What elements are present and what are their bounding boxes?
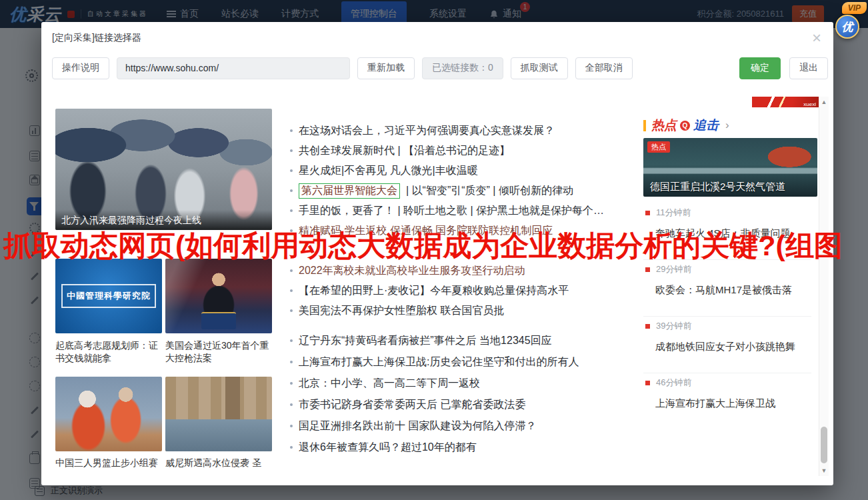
- ad-banner-partial[interactable]: xuexi: [752, 97, 819, 107]
- timeline-headline[interactable]: 欧委会：马航MH17是被俄击落: [645, 284, 811, 297]
- headline-link[interactable]: 辽宁丹东“持黄码者看病被拦”事件之后 当地12345回应: [299, 334, 552, 348]
- headline-link[interactable]: 退休6年被查算久吗？超过10年的都有: [299, 441, 477, 455]
- timeline-item[interactable]: 29分钟前 欧委会：马航MH17是被俄击落: [643, 263, 811, 317]
- timeline-time-row: 29分钟前: [645, 263, 811, 275]
- bullet-dot: [290, 189, 293, 192]
- red-square-bullet: [645, 211, 650, 215]
- magnifier-icon: Q: [680, 121, 690, 131]
- timeline-time: 39分钟前: [656, 320, 691, 332]
- headline-link[interactable]: | 以“智变”引“质变” | 倾听创新的律动: [406, 184, 573, 198]
- modal-title: [定向采集]链接选择器: [52, 32, 141, 44]
- headline-link[interactable]: 市委书记跻身省委常委两天后 已掌舵省委政法委: [299, 398, 525, 412]
- scrollbar[interactable]: ▲ ▼: [819, 97, 829, 476]
- scroll-down-arrow[interactable]: ▼: [819, 466, 829, 475]
- help-button[interactable]: 操作说明: [52, 57, 109, 79]
- headline-row[interactable]: 退休6年被查算久吗？超过10年的都有: [290, 437, 663, 458]
- photo-caption[interactable]: 威尼斯遇高水位侵袭 圣: [165, 457, 273, 469]
- hot-feature-image[interactable]: 热点 德国正重启北溪2号天然气管道: [643, 138, 817, 197]
- timeline-time: 29分钟前: [656, 263, 691, 275]
- scrollbar-thumb[interactable]: [821, 427, 827, 463]
- timeline-time-row: 39分钟前: [645, 320, 811, 332]
- news-photo-venice[interactable]: [165, 377, 272, 451]
- news-photo-basketball[interactable]: [55, 377, 162, 451]
- screen: 优采云 自动文章采集器 首页 站长必读 计费方式 管理控制台 系统设置 通知 1…: [0, 0, 868, 500]
- timeline-item[interactable]: 39分钟前 成都地铁回应女子对小孩跳艳舞: [643, 320, 811, 373]
- headline-row[interactable]: 第六届世界智能大会 | 以“智变”引“质变” | 倾听创新的律动: [290, 181, 663, 201]
- scroll-up-arrow[interactable]: ▲: [819, 97, 829, 107]
- headline-link[interactable]: 手里的饭，更香了！ | 聆听土地之歌 | 保护黑土地就是保护每个…: [299, 204, 604, 218]
- headline-link[interactable]: 共创全球发展新时代 | 【沿着总书记的足迹】: [299, 144, 510, 158]
- headline-row[interactable]: 国足亚洲排名跌出前十 国家队建设为何陷入停滞？: [290, 415, 663, 437]
- bullet-dot: [290, 403, 293, 406]
- headline-link[interactable]: 2022年离校未就业高校毕业生服务攻坚行动启动: [299, 264, 525, 278]
- modal-header: [定向采集]链接选择器 ×: [41, 22, 833, 54]
- hot-tag: 热点: [647, 141, 670, 153]
- timeline-headline[interactable]: 上海宣布打赢大上海保卫战: [645, 397, 811, 410]
- headline-link-selected[interactable]: 第六届世界智能大会: [299, 183, 400, 199]
- headline-link[interactable]: 【在希望的田野上·麦收记】今年夏粮收购总量保持高水平: [299, 284, 569, 298]
- headline-row[interactable]: 市委书记跻身省委常委两天后 已掌舵省委政法委: [290, 394, 663, 415]
- bullet-dot: [290, 446, 293, 449]
- bullet-dot: [290, 339, 293, 342]
- bullet-dot: [290, 129, 293, 132]
- news-photo-congress[interactable]: [165, 259, 272, 333]
- news-photo-academy[interactable]: 中國管理科學研究院: [55, 259, 162, 333]
- hot-label: 热点: [651, 117, 677, 134]
- headline-row[interactable]: 手里的饭，更香了！ | 聆听土地之歌 | 保护黑土地就是保护每个…: [290, 201, 663, 221]
- reload-button[interactable]: 重新加载: [357, 57, 415, 79]
- photo-caption[interactable]: 美国会通过近30年首个重大控枪法案: [165, 339, 273, 365]
- headline-row[interactable]: 星火成炬|不舍再见 凡人微光|丰收温暖: [290, 161, 663, 181]
- bullet-dot: [290, 269, 293, 272]
- headline-row[interactable]: 在这场对话会上，习近平为何强调要真心实意谋发展？: [290, 121, 663, 141]
- chevron-right-icon[interactable]: ›: [725, 119, 729, 132]
- url-input[interactable]: [117, 57, 350, 79]
- timeline-time-row: 46分钟前: [645, 377, 811, 389]
- headline-row[interactable]: 共创全球发展新时代 | 【沿着总书记的足迹】: [290, 141, 663, 161]
- timeline-time: 46分钟前: [656, 377, 691, 389]
- red-square-bullet: [645, 324, 650, 329]
- timeline-headline[interactable]: 成都地铁回应女子对小孩跳艳舞: [645, 341, 811, 353]
- headline-link[interactable]: 星火成炬|不舍再见 凡人微光|丰收温暖: [299, 164, 478, 178]
- headline-row[interactable]: 上海宣布打赢大上海保卫战:历史会记住坚守和付出的所有人: [290, 351, 663, 373]
- sohu-webview: xuexi 北方入汛来最强降雨过程今夜上线 在这场对话会上，习近平为何强调要真心…: [42, 97, 833, 476]
- headline-row[interactable]: 辽宁丹东“持黄码者看病被拦”事件之后 当地12345回应: [290, 330, 663, 351]
- bullet-dot: [290, 382, 293, 385]
- headline-block-2: 辽宁丹东“持黄码者看病被拦”事件之后 当地12345回应 上海宣布打赢大上海保卫…: [290, 330, 663, 458]
- headline-link[interactable]: 上海宣布打赢大上海保卫战:历史会记住坚守和付出的所有人: [299, 355, 579, 369]
- photo-caption[interactable]: 起底高考志愿规划师：证书交钱就能拿: [55, 339, 163, 365]
- section-gap: [290, 321, 663, 330]
- timeline-time-row: 11分钟前: [645, 207, 811, 219]
- floating-logo[interactable]: 优: [835, 15, 859, 39]
- lead-photo-caption[interactable]: 北方入汛来最强降雨过程今夜上线: [55, 210, 272, 230]
- headline-link[interactable]: 在这场对话会上，习近平为何强调要真心实意谋发展？: [299, 124, 555, 138]
- hot-feature-caption[interactable]: 德国正重启北溪2号天然气管道: [650, 181, 813, 193]
- exit-button[interactable]: 退出: [789, 57, 828, 79]
- red-square-bullet: [645, 381, 650, 385]
- timeline-item[interactable]: 46分钟前 上海宣布打赢大上海保卫战: [643, 377, 811, 430]
- hot-pursuit-header[interactable]: 热点 Q 追击 ›: [643, 117, 729, 134]
- close-icon[interactable]: ×: [811, 30, 823, 46]
- toolbar-right: 确定 退出: [739, 57, 828, 79]
- bullet-dot: [290, 361, 293, 363]
- photo-caption[interactable]: 中国三人男篮止步小组赛: [55, 457, 163, 469]
- bullet-dot: [290, 209, 293, 212]
- cancel-all-button[interactable]: 全部取消: [575, 57, 633, 79]
- grab-test-button[interactable]: 抓取测试: [511, 57, 568, 79]
- modal-toolbar: 操作说明 重新加载 已选链接数：0 抓取测试 全部取消 确定 退出: [41, 54, 833, 81]
- bullet-dot: [290, 309, 293, 312]
- lead-photo-rain[interactable]: 北方入汛来最强降雨过程今夜上线: [55, 109, 272, 230]
- vip-badge[interactable]: VIP: [842, 2, 867, 14]
- bullet-dot: [290, 289, 293, 292]
- selected-links-count: 已选链接数：0: [422, 57, 503, 79]
- confirm-button[interactable]: 确定: [739, 57, 781, 79]
- timeline-time: 11分钟前: [656, 207, 691, 219]
- bullet-dot: [290, 425, 293, 427]
- headline-row[interactable]: 北京：中小学、高一高二等下周一返校: [290, 373, 663, 394]
- headline-row[interactable]: 【在希望的田野上·麦收记】今年夏粮收购总量保持高水平: [290, 281, 663, 301]
- headline-link[interactable]: 美国宪法不再保护女性堕胎权 联合国官员批: [299, 304, 504, 318]
- headline-row[interactable]: 美国宪法不再保护女性堕胎权 联合国官员批: [290, 301, 663, 321]
- headline-link[interactable]: 国足亚洲排名跌出前十 国家队建设为何陷入停滞？: [299, 419, 536, 433]
- headline-list: 在这场对话会上，习近平为何强调要真心实意谋发展？ 共创全球发展新时代 | 【沿着…: [290, 121, 663, 458]
- headline-link[interactable]: 北京：中小学、高一高二等下周一返校: [299, 377, 480, 391]
- academy-image-text: 中國管理科學研究院: [61, 284, 156, 308]
